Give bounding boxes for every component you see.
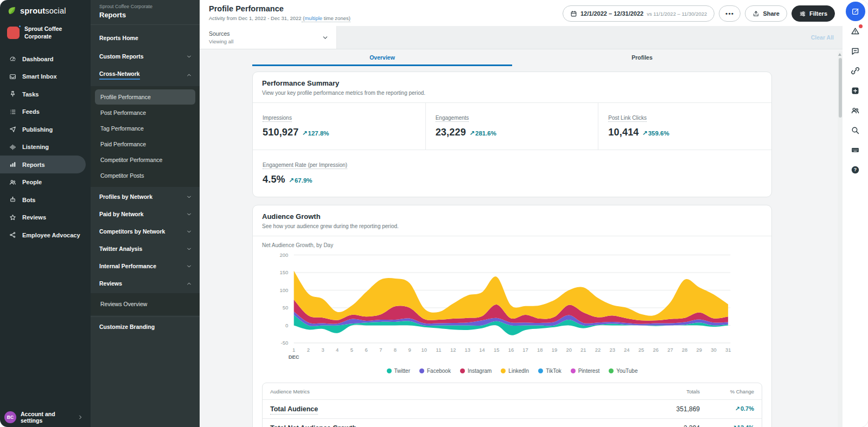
sidebar-item-reviews[interactable]: Reviews bbox=[0, 209, 86, 227]
svg-text:31: 31 bbox=[725, 347, 731, 353]
legend-label: LinkedIn bbox=[508, 368, 529, 374]
svg-text:50: 50 bbox=[283, 305, 288, 310]
rail-add-button[interactable] bbox=[846, 81, 865, 100]
sidebar-item-label: Employee Advocacy bbox=[22, 232, 80, 238]
sidebar-item-listening[interactable]: Listening bbox=[0, 138, 86, 156]
workspace-switcher[interactable]: Sprout Coffee Corporate bbox=[0, 22, 91, 48]
tab-overview[interactable]: Overview bbox=[252, 49, 512, 66]
metric-label[interactable]: Impressions bbox=[263, 115, 292, 122]
feeds-icon bbox=[9, 108, 16, 115]
reports-sidebar-header: Sprout Coffee Corporate Reports bbox=[91, 0, 200, 25]
legend-item-linkedin[interactable]: LinkedIn bbox=[501, 368, 529, 374]
reports-nav-reports-home[interactable]: Reports Home bbox=[91, 28, 200, 48]
sidebar-item-bots[interactable]: Bots bbox=[0, 191, 86, 209]
sidebar-item-employee-advocacy[interactable]: Employee Advocacy bbox=[0, 226, 86, 244]
rail-help-button[interactable]: ? bbox=[846, 160, 865, 179]
reports-nav-section-custom-reports[interactable]: Custom Reports bbox=[91, 48, 200, 65]
metric-change: 359.6% bbox=[648, 130, 669, 137]
alerts-icon bbox=[851, 27, 860, 36]
svg-text:150: 150 bbox=[279, 269, 288, 275]
up-right-arrow-icon: ↗ bbox=[289, 177, 294, 184]
metric-label[interactable]: Engagement Rate (per Impression) bbox=[263, 162, 347, 169]
legend-item-pinterest[interactable]: Pinterest bbox=[571, 368, 599, 374]
reports-nav-section-internal-performance[interactable]: Internal Performance bbox=[91, 257, 200, 275]
chevron-down-icon bbox=[186, 263, 192, 269]
reports-nav-section-paid-by-network[interactable]: Paid by Network bbox=[91, 205, 200, 223]
legend-item-twitter[interactable]: Twitter bbox=[387, 368, 410, 374]
metric-label[interactable]: Engagements bbox=[436, 115, 469, 122]
reports-nav-group: Reviews Overview bbox=[91, 293, 200, 315]
scrollbar-up-arrow[interactable] bbox=[838, 53, 841, 56]
svg-text:30: 30 bbox=[711, 347, 716, 353]
legend-item-tiktok[interactable]: TikTok bbox=[538, 368, 561, 374]
rail-link-button[interactable] bbox=[846, 61, 865, 81]
reports-nav-section-profiles-by-network[interactable]: Profiles by Network bbox=[91, 188, 200, 205]
metric-value-line: 23,229↗281.6% bbox=[436, 127, 589, 138]
sidebar-item-publishing[interactable]: Publishing bbox=[0, 120, 86, 138]
reports-nav-competitor-performance[interactable]: Competitor Performance bbox=[95, 152, 195, 167]
sidebar-item-label: Bots bbox=[22, 197, 35, 203]
sidebar-item-label: Listening bbox=[22, 144, 49, 150]
metric-name-text[interactable]: Total Audience bbox=[270, 405, 318, 415]
reports-nav-section-competitors-by-network[interactable]: Competitors by Network bbox=[91, 223, 200, 240]
advocacy-icon bbox=[9, 231, 16, 238]
reports-nav-customize-branding[interactable]: Customize Branding bbox=[91, 316, 200, 337]
sidebar-item-smart-inbox[interactable]: Smart Inbox bbox=[0, 68, 86, 86]
rail-alerts-button[interactable] bbox=[846, 22, 865, 41]
chevron-right-icon bbox=[78, 415, 83, 420]
sidebar-item-reports[interactable]: Reports bbox=[0, 156, 86, 173]
legend-item-instagram[interactable]: Instagram bbox=[460, 368, 492, 374]
reports-nav-post-performance[interactable]: Post Performance bbox=[95, 105, 195, 120]
rail-team-button[interactable] bbox=[846, 101, 865, 120]
sidebar-item-tasks[interactable]: Tasks bbox=[0, 85, 86, 103]
rail-keyboard-button[interactable] bbox=[846, 140, 865, 160]
sprout-logo[interactable]: sproutsocial bbox=[0, 0, 91, 22]
right-rail: ? bbox=[843, 0, 868, 427]
legend-item-youtube[interactable]: YouTube bbox=[609, 368, 637, 374]
metric-label[interactable]: Post Link Clicks bbox=[608, 115, 647, 122]
reports-nav-section-cross-network[interactable]: Cross-Network bbox=[91, 65, 200, 85]
sidebar-item-people[interactable]: People bbox=[0, 173, 86, 191]
page-subtitle: Activity from Dec 1, 2022 - Dec 31, 2022… bbox=[209, 15, 350, 21]
section-label: Competitors by Network bbox=[99, 228, 165, 235]
reports-nav-profile-performance[interactable]: Profile Performance bbox=[95, 89, 195, 105]
legend-item-facebook[interactable]: Facebook bbox=[419, 368, 451, 374]
clear-all-link[interactable]: Clear All bbox=[811, 34, 843, 41]
date-range-button[interactable]: 12/1/2022 – 12/31/2022 vs 11/1/2022 – 11… bbox=[563, 5, 714, 22]
metric-value: 10,414 bbox=[608, 127, 639, 138]
chevron-down-icon bbox=[322, 34, 329, 41]
compose-icon bbox=[851, 7, 860, 16]
timezones-link[interactable]: multiple bbox=[304, 15, 322, 21]
filters-button[interactable]: Filters bbox=[792, 5, 835, 22]
scrollbar-thumb[interactable] bbox=[839, 58, 842, 118]
svg-text:17: 17 bbox=[522, 347, 528, 353]
account-settings[interactable]: BC Account and settings bbox=[0, 406, 91, 427]
reports-nav-paid-performance[interactable]: Paid Performance bbox=[95, 137, 195, 152]
calendar-icon bbox=[570, 10, 577, 17]
more-options-button[interactable]: ••• bbox=[719, 5, 741, 22]
metric-name-text[interactable]: Total Net Audience Growth bbox=[270, 424, 356, 427]
reports-nav-reviews-overview[interactable]: Reviews Overview bbox=[95, 296, 195, 312]
tab-profiles[interactable]: Profiles bbox=[512, 49, 772, 66]
reports-nav-competitor-posts[interactable]: Competitor Posts bbox=[95, 168, 195, 183]
scrollbar[interactable] bbox=[838, 51, 843, 427]
report-content: Performance Summary View your key profil… bbox=[200, 66, 843, 427]
share-icon bbox=[752, 10, 760, 17]
metric-total: 351,869 bbox=[635, 405, 700, 413]
rail-compose-button[interactable] bbox=[846, 2, 865, 21]
reports-nav-tag-performance[interactable]: Tag Performance bbox=[95, 121, 195, 136]
search-icon bbox=[851, 126, 860, 135]
rail-messages-button[interactable] bbox=[846, 41, 865, 61]
tasks-icon bbox=[9, 90, 16, 98]
sources-dropdown[interactable]: Sources Viewing all bbox=[200, 26, 337, 49]
sidebar-item-label: Reviews bbox=[22, 214, 46, 221]
share-button[interactable]: Share bbox=[745, 5, 787, 22]
reports-nav-section-twitter-analysis[interactable]: Twitter Analysis bbox=[91, 240, 200, 257]
sidebar-item-dashboard[interactable]: Dashboard bbox=[0, 50, 86, 68]
metric-change: 127.8% bbox=[308, 130, 329, 137]
svg-text:12: 12 bbox=[450, 347, 456, 353]
reports-nav-section-reviews[interactable]: Reviews bbox=[91, 275, 200, 292]
sidebar-item-feeds[interactable]: Feeds bbox=[0, 103, 86, 121]
rail-search-button[interactable] bbox=[846, 120, 865, 140]
keyboard-icon bbox=[851, 145, 860, 154]
